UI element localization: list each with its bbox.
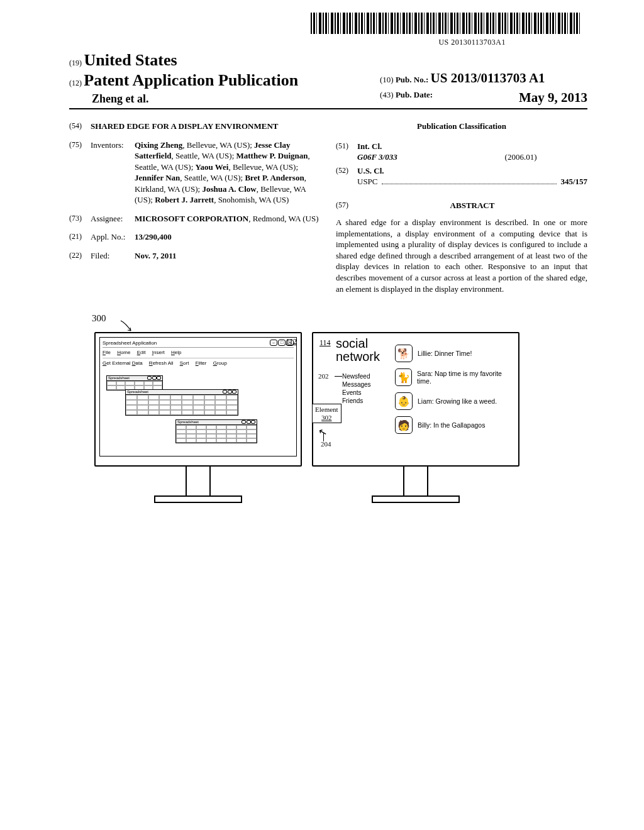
code-54: (54) xyxy=(69,121,91,132)
code-57: (57) xyxy=(336,200,357,218)
toolbar-getdata[interactable]: Get External Data xyxy=(103,360,143,366)
monitor-right: 114 social network 202 Newsfeed Messages… xyxy=(312,332,519,503)
inventor-location: , Seattle, WA (US); xyxy=(180,173,245,182)
minimize-icon[interactable]: – xyxy=(270,340,277,346)
inventor-location: , Bellevue, WA (US); xyxy=(182,140,254,150)
document-header: (19) United States (12) Patent Applicati… xyxy=(69,51,587,109)
monitor-base xyxy=(372,495,460,503)
inventors-list: Qixing Zheng, Bellevue, WA (US); Jesse C… xyxy=(135,140,321,206)
sub-spreadsheet-2: Spreadsheet xyxy=(125,389,238,416)
sub-spreadsheet-1: Spreadsheet xyxy=(106,375,163,390)
code-12: (12) xyxy=(69,79,82,87)
element-label: Element xyxy=(315,406,338,414)
feed-avatar-icon: 🐕 xyxy=(395,345,413,362)
feed-avatar-icon: 👶 xyxy=(395,392,413,410)
monitor-stand xyxy=(186,467,211,497)
abstract-body: A shared edge for a display environment … xyxy=(336,217,587,294)
code-73: (73) xyxy=(69,213,91,224)
social-title-2: network xyxy=(336,350,380,363)
monitor-base xyxy=(154,495,242,503)
assignee-name: MICROSOFT CORPORATION xyxy=(135,214,248,223)
feed-item: 🐈Sara: Nap time is my favorite time. xyxy=(395,368,514,386)
nav-messages[interactable]: Messages xyxy=(342,380,371,389)
code-19: (19) xyxy=(69,58,82,67)
feed-list: 🐕Lillie: Dinner Time!🐈Sara: Nap time is … xyxy=(395,345,514,440)
nav-items: Newsfeed Messages Events Friends xyxy=(342,372,371,405)
feed-text: Lillie: Dinner Time! xyxy=(418,350,472,357)
code-10: (10) xyxy=(380,75,394,84)
cursor-icon: ↖ xyxy=(317,426,328,440)
inventor-name: Qixing Zheng xyxy=(135,140,182,150)
figure-area: 300 112 Spreadsheet Application –□× xyxy=(69,313,587,514)
toolbar-group[interactable]: Group xyxy=(213,360,227,366)
ref-114: 114 xyxy=(319,338,331,348)
inventor-location: , Snohomish, WA (US) xyxy=(214,195,289,204)
applno-label: Appl. No.: xyxy=(91,231,135,243)
sub-sheet-title: Spreadsheet xyxy=(108,376,130,380)
maximize-icon[interactable]: □ xyxy=(278,340,286,346)
feed-item: 🐕Lillie: Dinner Time! xyxy=(395,345,514,362)
menubar: FFileile Home Edit Insert Help xyxy=(103,350,294,355)
ref-202: 202 xyxy=(318,372,329,380)
monitor-stand xyxy=(403,467,428,497)
inventor-name: Bret P. Anderson xyxy=(245,173,304,182)
right-column: Publication Classification (51) Int. Cl.… xyxy=(336,121,587,294)
code-52: (52) xyxy=(336,165,357,187)
close-icon[interactable]: × xyxy=(286,340,294,346)
toolbar-filter[interactable]: Filter xyxy=(196,360,207,366)
barcode-block: US 20130113703A1 xyxy=(69,13,587,47)
toolbar-refresh[interactable]: Refresh All xyxy=(149,360,174,366)
pubno-label: Pub. No.: xyxy=(396,75,428,84)
country-name: United States xyxy=(84,51,177,69)
menu-file[interactable]: FFileile xyxy=(103,350,111,355)
inventor-name: Jennifer Nan xyxy=(135,173,180,182)
invention-title: SHARED EDGE FOR A DISPLAY ENVIRONMENT xyxy=(91,121,321,132)
abstract-heading: ABSTRACT xyxy=(357,200,587,211)
authors-line: Zheng et al. xyxy=(92,92,374,106)
inventor-location: , Seattle, WA (US); xyxy=(171,151,236,160)
feed-text: Liam: Growing like a weed. xyxy=(418,397,497,405)
window-controls: –□× xyxy=(269,340,294,346)
monitor-left: 112 Spreadsheet Application –□× FFileile… xyxy=(94,332,302,503)
intcl-label: Int. Cl. xyxy=(357,141,587,152)
intcl-date: (2006.01) xyxy=(505,152,537,163)
left-column: (54) SHARED EDGE FOR A DISPLAY ENVIRONME… xyxy=(69,121,321,294)
uspc-label: USPC xyxy=(357,176,378,187)
document-type: Patent Application Publication xyxy=(84,71,298,89)
code-43: (43) xyxy=(380,90,394,99)
app-title: Spreadsheet Application xyxy=(103,340,157,346)
applno-value: 13/290,400 xyxy=(135,231,321,243)
assignee-label: Assignee: xyxy=(91,213,135,224)
uspc-value: 345/157 xyxy=(560,176,587,187)
assignee-location: , Redmond, WA (US) xyxy=(248,214,318,223)
inventor-name: Yaou Wei xyxy=(196,162,229,172)
feed-avatar-icon: 🐈 xyxy=(395,368,412,386)
element-number: 302 xyxy=(315,414,338,422)
menu-edit[interactable]: Edit xyxy=(137,350,146,355)
social-title-1: social xyxy=(336,337,380,350)
nav-events[interactable]: Events xyxy=(342,389,371,397)
feed-text: Sara: Nap time is my favorite time. xyxy=(417,370,514,385)
nav-friends[interactable]: Friends xyxy=(342,397,371,405)
social-title: social network xyxy=(336,337,380,363)
pubdate-value: May 9, 2013 xyxy=(519,90,587,106)
feed-item: 👶Liam: Growing like a weed. xyxy=(395,392,514,410)
menu-home[interactable]: Home xyxy=(117,350,130,355)
code-21: (21) xyxy=(69,231,91,243)
nav-newsfeed[interactable]: Newsfeed xyxy=(342,372,371,380)
code-22: (22) xyxy=(69,250,91,262)
menu-help[interactable]: Help xyxy=(171,350,181,355)
inventor-location: , Bellevue, WA (US); xyxy=(228,162,298,172)
sub-spreadsheet-3: Spreadsheet xyxy=(175,419,257,443)
toolbar-sort[interactable]: Sort xyxy=(180,360,189,366)
code-75: (75) xyxy=(69,140,91,206)
inventor-name: Robert J. Jarrett xyxy=(155,195,214,204)
inventors-label: Inventors: xyxy=(91,140,135,206)
menu-insert[interactable]: Insert xyxy=(152,350,165,355)
spreadsheet-window: Spreadsheet Application –□× FFileile Hom… xyxy=(99,337,297,456)
filed-label: Filed: xyxy=(91,250,135,262)
filed-value: Nov. 7, 2011 xyxy=(135,250,321,262)
inventor-name: Matthew P. Duignan xyxy=(236,151,308,160)
barcode-graphic xyxy=(311,13,581,34)
feed-item: 🧑Billy: In the Gallapagos xyxy=(395,416,514,434)
